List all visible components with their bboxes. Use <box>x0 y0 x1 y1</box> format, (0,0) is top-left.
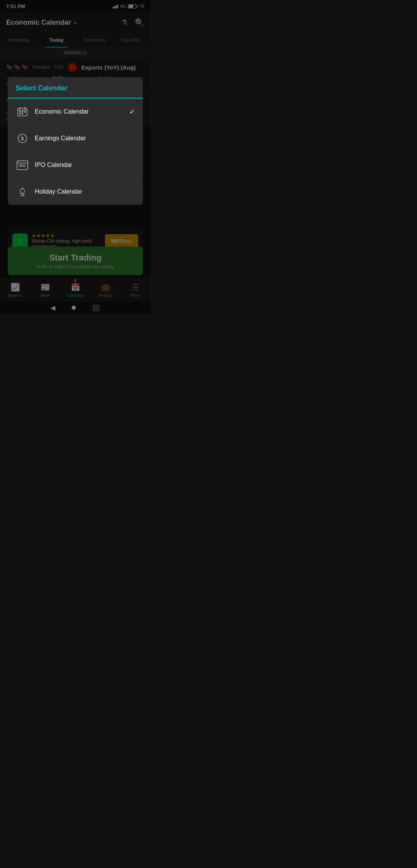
svg-text:$: $ <box>21 136 24 141</box>
svg-rect-7 <box>19 113 21 114</box>
svg-rect-5 <box>22 111 23 112</box>
economic-calendar-label: Economic Calendar <box>35 108 89 115</box>
svg-rect-4 <box>19 111 21 112</box>
calendar-modal: Select Calendar Economic Calendar ✓ $ <box>8 77 143 205</box>
modal-item-earnings[interactable]: $ Earnings Calendar <box>8 125 143 152</box>
holiday-calendar-icon <box>15 185 29 199</box>
svg-point-16 <box>22 188 23 189</box>
svg-rect-6 <box>24 111 25 112</box>
modal-title: Select Calendar <box>8 77 143 99</box>
holiday-calendar-label: Holiday Calendar <box>35 188 82 195</box>
svg-text:IPO: IPO <box>19 164 25 168</box>
modal-item-economic[interactable]: Economic Calendar ✓ <box>8 99 143 125</box>
earnings-calendar-label: Earnings Calendar <box>35 135 86 142</box>
modal-item-holiday[interactable]: Holiday Calendar <box>8 179 143 205</box>
ipo-calendar-label: IPO Calendar <box>35 162 72 168</box>
earnings-calendar-icon: $ <box>15 131 29 145</box>
modal-item-ipo[interactable]: IPO IPO Calendar <box>8 152 143 179</box>
economic-calendar-icon <box>15 105 29 119</box>
ipo-calendar-icon: IPO <box>15 158 29 172</box>
svg-rect-8 <box>22 113 23 114</box>
check-icon: ✓ <box>129 107 135 116</box>
